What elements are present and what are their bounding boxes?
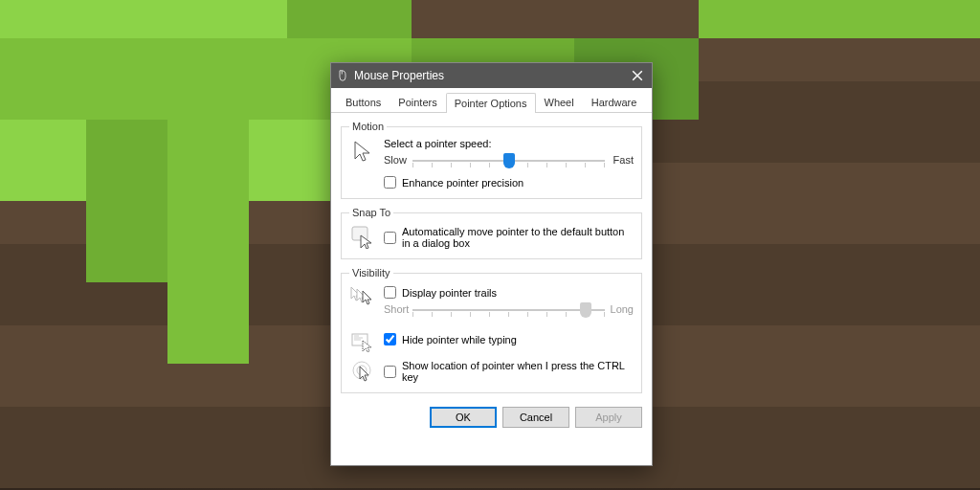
mouse-icon: [337, 70, 348, 81]
cursor-icon: [349, 138, 376, 165]
dialog-buttons: OK Cancel Apply: [331, 407, 652, 437]
hide-typing-icon: [349, 331, 376, 352]
mouse-properties-dialog: Mouse Properties Buttons Pointers Pointe…: [330, 62, 653, 466]
group-visibility: Visibility Display pointer trails Short: [341, 267, 642, 393]
trails-icon: [349, 284, 376, 307]
checkbox-enhance-precision[interactable]: Enhance pointer precision: [384, 176, 634, 189]
tab-pointer-options[interactable]: Pointer Options: [446, 93, 536, 113]
label-select-speed: Select a pointer speed:: [384, 138, 634, 149]
legend-snapto: Snap To: [349, 207, 393, 218]
tab-pointers[interactable]: Pointers: [390, 92, 445, 112]
group-motion: Motion Select a pointer speed: Slow Fast: [341, 121, 642, 199]
apply-button[interactable]: Apply: [575, 407, 642, 428]
legend-visibility: Visibility: [349, 267, 393, 278]
checkbox-trails[interactable]: Display pointer trails: [384, 286, 634, 299]
pointer-speed-slider[interactable]: Slow Fast: [384, 151, 634, 172]
titlebar[interactable]: Mouse Properties: [331, 63, 652, 88]
checkbox-hide-typing[interactable]: Hide pointer while typing: [384, 333, 634, 345]
trails-length-slider: Short Long: [384, 301, 634, 322]
tab-buttons[interactable]: Buttons: [337, 92, 390, 112]
snapto-icon: [349, 224, 376, 249]
close-button[interactable]: [623, 63, 652, 88]
tabstrip: Buttons Pointers Pointer Options Wheel H…: [331, 88, 652, 113]
cancel-button[interactable]: Cancel: [502, 407, 569, 428]
checkbox-snapto[interactable]: Automatically move pointer to the defaul…: [384, 226, 634, 249]
legend-motion: Motion: [349, 121, 387, 132]
checkbox-ctrl-locate[interactable]: Show location of pointer when I press th…: [384, 360, 634, 383]
ctrl-locate-icon: [349, 358, 376, 383]
group-snapto: Snap To Automatically move pointer to th…: [341, 207, 642, 259]
tab-wheel[interactable]: Wheel: [536, 92, 583, 112]
tab-hardware[interactable]: Hardware: [583, 92, 646, 112]
ok-button[interactable]: OK: [430, 407, 497, 428]
window-title: Mouse Properties: [354, 69, 444, 82]
